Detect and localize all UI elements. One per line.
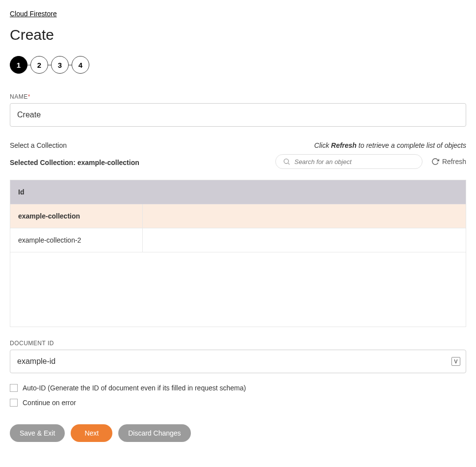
variable-icon[interactable]: V xyxy=(451,357,460,366)
document-id-label: DOCUMENT ID xyxy=(10,340,466,347)
next-button[interactable]: Next xyxy=(71,424,112,442)
step-3[interactable]: 3 xyxy=(51,56,69,74)
breadcrumb-cloud-firestore[interactable]: Cloud Firestore xyxy=(10,10,57,18)
svg-point-0 xyxy=(284,159,289,164)
continue-on-error-label: Continue on error xyxy=(23,399,76,407)
collections-table: Id example-collection example-collection… xyxy=(10,180,466,327)
save-exit-button[interactable]: Save & Exit xyxy=(10,424,65,442)
table-cell-id: example-collection xyxy=(10,204,143,228)
name-label: NAME* xyxy=(10,93,466,100)
name-input[interactable] xyxy=(10,103,466,127)
stepper: 1 2 3 4 xyxy=(10,56,466,74)
table-row[interactable]: example-collection xyxy=(10,204,466,228)
step-1[interactable]: 1 xyxy=(10,56,27,74)
auto-id-checkbox[interactable] xyxy=(10,384,18,392)
refresh-hint: Click Refresh to retrieve a complete lis… xyxy=(314,141,466,149)
step-2[interactable]: 2 xyxy=(30,56,48,74)
continue-on-error-checkbox-row[interactable]: Continue on error xyxy=(10,399,466,407)
auto-id-checkbox-row[interactable]: Auto-ID (Generate the ID of document eve… xyxy=(10,384,466,392)
select-collection-label: Select a Collection xyxy=(10,141,67,149)
search-icon xyxy=(283,158,291,165)
table-cell-empty xyxy=(143,204,466,228)
svg-line-1 xyxy=(288,163,290,165)
page-title: Create xyxy=(10,27,466,43)
refresh-button[interactable]: Refresh xyxy=(431,158,466,165)
table-cell-empty xyxy=(143,228,466,252)
discard-button[interactable]: Discard Changes xyxy=(118,424,190,442)
search-box[interactable] xyxy=(275,154,423,169)
selected-collection-line: Selected Collection: example-collection xyxy=(10,159,139,166)
table-header-id: Id xyxy=(10,180,466,204)
auto-id-label: Auto-ID (Generate the ID of document eve… xyxy=(23,384,246,392)
document-id-input[interactable] xyxy=(10,350,466,373)
search-input[interactable] xyxy=(294,158,415,165)
table-cell-id: example-collection-2 xyxy=(10,228,143,252)
table-row[interactable]: example-collection-2 xyxy=(10,228,466,252)
refresh-icon xyxy=(431,158,439,165)
continue-on-error-checkbox[interactable] xyxy=(10,399,18,407)
step-4[interactable]: 4 xyxy=(72,56,89,74)
